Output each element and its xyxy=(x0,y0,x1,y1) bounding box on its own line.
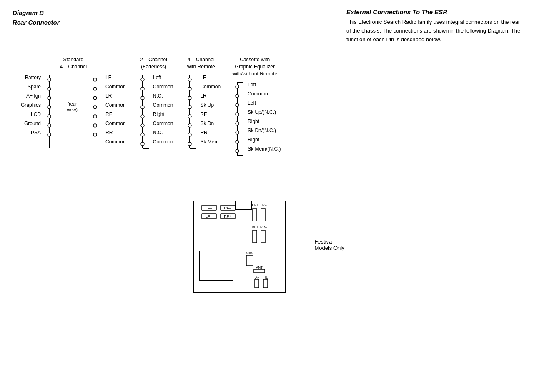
svg-point-50 xyxy=(236,94,239,98)
svg-rect-82 xyxy=(255,279,259,288)
svg-point-19 xyxy=(93,124,97,127)
4chr-title1: 4 – Channel xyxy=(187,56,215,63)
bottom-section: LF– RF– LF+ RF+ LR+ LR– RR+ RR– xyxy=(13,197,521,298)
svg-text:(rear: (rear xyxy=(67,101,77,106)
4chr-skmem: Sk Mem xyxy=(198,137,221,146)
svg-rect-77 xyxy=(200,251,233,280)
svg-rect-74 xyxy=(261,230,265,243)
cass-left2: Left xyxy=(246,98,281,108)
cassette-title: Cassette with Graphic Equalizer with/wit… xyxy=(232,56,277,77)
four-ch-remote-svg xyxy=(181,73,198,165)
svg-point-42 xyxy=(188,115,191,118)
label-lcd: LCD xyxy=(21,110,41,119)
2ch-right: Right xyxy=(151,110,173,119)
svg-text:LR+: LR+ xyxy=(252,203,258,207)
label-common2: Common xyxy=(103,101,126,110)
svg-text:RR–: RR– xyxy=(260,225,267,229)
svg-point-43 xyxy=(188,124,191,127)
svg-point-38 xyxy=(188,78,191,81)
two-ch-rows: Left Common N.C. Common Right Common N.C… xyxy=(134,73,173,165)
cassette-labels: Left Common Left Sk Up/(N.C.) Right Sk D… xyxy=(246,80,281,153)
four-ch-remote-title: 4 – Channel with Remote xyxy=(187,56,215,70)
label-common3: Common xyxy=(103,119,126,128)
cassette-rows: Left Common Left Sk Up/(N.C.) Right Sk D… xyxy=(229,80,281,172)
2ch-nc2: N.C. xyxy=(151,128,173,137)
four-ch-remote-unit: 4 – Channel with Remote xyxy=(181,56,221,165)
svg-point-29 xyxy=(141,96,144,100)
svg-text:ANT: ANT xyxy=(256,266,263,269)
svg-rect-83 xyxy=(263,279,268,288)
label-lf: LF xyxy=(103,73,126,82)
svg-text:RF–: RF– xyxy=(224,206,231,210)
std-right-labels: LF Common LR Common RF Common RR Common xyxy=(103,73,126,146)
4chr-skdn: Sk Dn xyxy=(198,119,221,128)
diagram-line1: Diagram B xyxy=(13,8,60,18)
ext-desc: This Electronic Search Radio family uses… xyxy=(346,18,521,44)
svg-text:RF+: RF+ xyxy=(224,214,231,219)
label-spare: Spare xyxy=(21,82,41,91)
cass-skup: Sk Up/(N.C.) xyxy=(246,108,281,117)
svg-point-11 xyxy=(48,115,51,118)
std-conn-rows: Battery Spare A+ Ign Graphics LCD Ground… xyxy=(21,73,126,165)
label-lr: LR xyxy=(103,91,126,101)
svg-rect-76 xyxy=(246,255,253,266)
svg-point-34 xyxy=(141,142,144,146)
svg-point-54 xyxy=(236,131,239,134)
cassette-svg xyxy=(229,80,246,172)
cass-common: Common xyxy=(246,89,281,98)
svg-point-8 xyxy=(48,87,51,90)
svg-point-9 xyxy=(48,96,51,100)
4chr-lf: LF xyxy=(198,73,221,82)
svg-text:view): view) xyxy=(67,107,78,112)
svg-point-56 xyxy=(236,149,239,153)
svg-text:IL: IL xyxy=(265,276,268,279)
svg-point-13 xyxy=(48,133,51,136)
svg-text:LF+: LF+ xyxy=(206,214,212,219)
festiva-svg: LF– RF– LF+ RF+ LR+ LR– RR+ RR– xyxy=(189,197,298,297)
page-container: Diagram B Rear Connector External Connec… xyxy=(13,8,521,298)
festiva-label: Festiva Models Only xyxy=(314,239,344,251)
svg-point-32 xyxy=(141,124,144,127)
4chr-rf: RF xyxy=(198,110,221,119)
2ch-common4: Common xyxy=(151,137,173,146)
4chr-rr: RR xyxy=(198,128,221,137)
standard-4ch-unit: Standard 4 – Channel Battery Spare A+ Ig… xyxy=(21,56,126,165)
label-psa: PSA xyxy=(21,128,41,137)
svg-rect-70 xyxy=(261,209,265,221)
svg-point-33 xyxy=(141,133,144,136)
label-common4: Common xyxy=(103,137,126,146)
label-rf: RF xyxy=(103,110,126,119)
svg-point-40 xyxy=(188,96,191,100)
ext-title: External Connections To The ESR xyxy=(346,8,521,15)
2ch-common2: Common xyxy=(151,101,173,110)
festiva-container: LF– RF– LF+ RF+ LR+ LR– RR+ RR– xyxy=(189,197,298,298)
two-ch-title-line1: 2 – Channel xyxy=(140,56,167,63)
std-title-line2: 4 – Channel xyxy=(60,63,87,70)
label-graphics: Graphics xyxy=(21,101,41,110)
festiva-label-line1: Festiva xyxy=(314,239,344,245)
external-connections: External Connections To The ESR This Ele… xyxy=(346,8,521,44)
cass-title1: Cassette with xyxy=(232,56,277,63)
label-rr: RR xyxy=(103,128,126,137)
svg-rect-69 xyxy=(253,209,257,221)
label-battery: Battery xyxy=(21,73,41,82)
svg-rect-73 xyxy=(253,230,257,243)
std-title-line1: Standard xyxy=(60,56,87,63)
svg-text:MEM: MEM xyxy=(246,251,254,255)
diagram-line2: Rear Connector xyxy=(13,18,60,28)
svg-point-39 xyxy=(188,87,191,90)
2ch-common3: Common xyxy=(151,119,173,128)
festiva-label-line2: Models Only xyxy=(314,245,344,251)
svg-point-12 xyxy=(48,124,51,127)
svg-point-15 xyxy=(93,87,97,90)
cass-title2: Graphic Equalizer xyxy=(232,63,277,70)
svg-point-55 xyxy=(236,140,239,143)
svg-rect-79 xyxy=(254,269,265,273)
std-connector-svg: (rear view) xyxy=(41,73,103,165)
svg-point-27 xyxy=(141,78,144,81)
header-section: Diagram B Rear Connector External Connec… xyxy=(13,8,521,44)
cass-skdn: Sk Dn/(N.C.) xyxy=(246,126,281,135)
2ch-common1: Common xyxy=(151,82,173,91)
svg-point-53 xyxy=(236,122,239,125)
two-ch-title: 2 – Channel (Faderless) xyxy=(140,56,167,70)
